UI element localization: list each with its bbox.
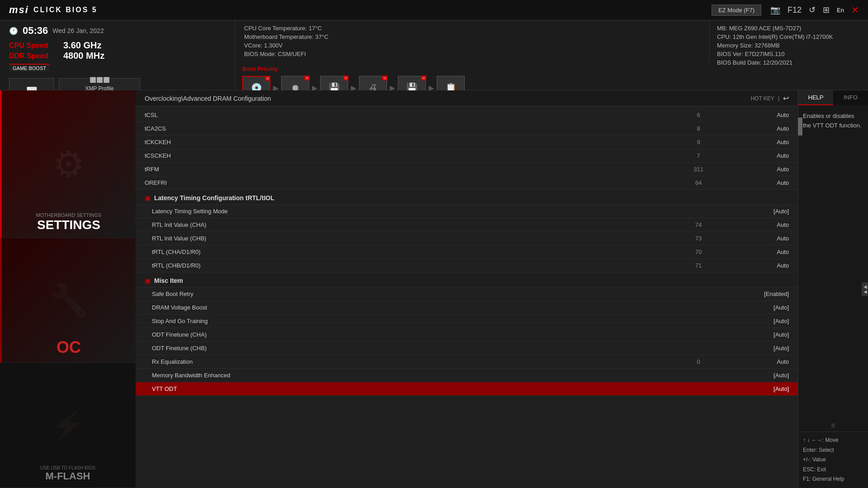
time-row: 🕐 05:36 Wed 26 Jan, 2022 [9,25,226,37]
table-row[interactable]: tCKCKEH 9 Auto [136,136,798,149]
hotkey-area: HOT KEY | ↩ [750,94,789,103]
section-title-latency: Latency Timing Configuration tRTL/tIOL [154,194,274,202]
setting-name: VTT ODT [152,385,680,392]
setting-name: Latency Timing Setting Mode [152,208,680,215]
section-toggle-latency[interactable]: ▣ [145,194,151,202]
temps-section: CPU Core Temperature: 17°C Motherboard T… [235,20,710,62]
list-item[interactable]: Memory Bandwidth Enhanced [Auto] [136,369,798,382]
cpu-speed-row: CPU Speed 3.60 GHz [9,40,226,51]
boot-label: Boot Priority [242,66,703,72]
list-item[interactable]: tRTL (CHB/D1/R0) 71 Auto [136,259,798,272]
right-panel-expand[interactable]: ◀◀ [862,282,868,296]
table-row[interactable]: tRFM 311 Auto [136,163,798,176]
table-row[interactable]: tCA2CS 8 Auto [136,122,798,136]
list-item[interactable]: ODT Finetune (CHB) [Auto] [136,342,798,355]
close-button[interactable]: ✕ [851,5,859,15]
help-info-tabs: HELP INFO [798,90,868,105]
list-item[interactable]: DRAM Voltage Boost [Auto] [136,301,798,314]
bios-date-info: BIOS Build Date: 12/20/2021 [717,59,861,66]
list-item[interactable]: RTL Init Value (CHA) 74 Auto [136,218,798,232]
table-row[interactable]: OREFRI 64 Auto [136,176,798,190]
hotkey-divider: | [778,95,779,102]
setting-value: Auto [717,125,789,132]
xmp-icon: ▦▦▦ [90,75,110,84]
sidebar-item-oc[interactable]: 🔧 OC [0,238,136,363]
setting-name: ODT Finetune (CHB) [152,345,680,352]
setting-value: Auto [717,249,789,255]
setting-name: Stop And Go Training [152,318,680,324]
hotkey-label: HOT KEY [750,95,774,102]
setting-value: [Auto] [717,208,789,215]
setting-num: 311 [680,166,717,173]
key-f1: F1: General Help [803,474,863,484]
bios-mode: BIOS Mode: CSM/UEFI [244,51,700,57]
setting-name: OREFRI [145,179,680,186]
setting-value: [Auto] [717,331,789,338]
list-item[interactable]: Rx Equalization 0 Auto [136,355,798,369]
list-item[interactable]: ODT Finetune (CHA) [Auto] [136,328,798,342]
setting-num: 7 [680,152,717,159]
setting-value: [Auto] [717,318,789,324]
setting-name: Safe Boot Retry [152,291,680,297]
table-row[interactable]: tCSL 6 Auto [136,108,798,122]
setting-name: RTL Init Value (CHA) [152,221,680,228]
info-bar: 🕐 05:36 Wed 26 Jan, 2022 CPU Speed 3.60 … [0,20,868,90]
key-select: Enter: Select [803,446,863,455]
mflash-bg-icon: ⚡ [51,409,85,441]
boot-badge-2: U [304,75,310,80]
ddr-speed-label: DDR Speed [9,52,54,60]
msi-logo: msi [9,4,29,16]
table-row[interactable]: tCSCKEH 7 Auto [136,149,798,163]
language-selector[interactable]: En [837,7,844,14]
section-toggle-misc[interactable]: ▣ [145,277,151,284]
sidebar-item-mflash[interactable]: ⚡ Use USB to flash BIOS M-FLASH [0,363,136,488]
top-bar: msi CLICK BIOS 5 EZ Mode (F7) 📷 F12 ↺ ⊞ … [0,0,868,20]
main-content: Overclocking\Advanced DRAM Configuration… [136,90,798,488]
system-time: 05:36 [23,25,48,37]
setting-value: [Auto] [717,372,789,379]
refresh-icon[interactable]: ↺ [809,5,816,15]
scrollbar-thumb[interactable] [798,117,802,136]
list-item[interactable]: Safe Boot Retry [Enabled] [136,287,798,301]
setting-num: 73 [680,235,717,242]
setting-value: Auto [717,139,789,145]
list-item[interactable]: VTT ODT [Auto] [136,382,798,396]
setting-name: ODT Finetune (CHA) [152,331,680,338]
section-misc[interactable]: ▣ Misc Item [136,272,798,287]
ddr-speed-value: 4800 MHz [63,51,104,61]
sidebar-item-settings[interactable]: ⚙ Motherboard settings SETTINGS [0,90,136,238]
setting-name: tCKCKEH [145,139,680,145]
settings-title: SETTINGS [37,218,100,232]
list-item[interactable]: Latency Timing Setting Mode [Auto] [136,205,798,218]
system-date: Wed 26 Jan, 2022 [52,27,104,34]
help-content: Enables or disables the VTT ODT function… [798,105,868,269]
setting-num: 0 [680,358,717,365]
oc-title: OC [57,338,81,357]
settings-icon[interactable]: ⊞ [823,5,830,15]
bios-ver-info: BIOS Ver: E7D27IMS.110 [717,51,861,57]
setting-value: Auto [717,152,789,159]
vcore: VCore: 1.300V [244,42,700,49]
screenshot-icon[interactable]: 📷 [770,5,780,15]
help-tab[interactable]: HELP [798,90,833,105]
back-button[interactable]: ↩ [783,94,789,103]
boot-badge-4: U [382,75,387,80]
sidebar: ⚙ Motherboard settings SETTINGS 🔧 OC ⚡ U… [0,90,136,488]
setting-value: Auto [717,235,789,242]
cpu-temp: CPU Core Temperature: 17°C [244,25,700,32]
f12-label: F12 [788,5,802,15]
setting-name: tCSCKEH [145,152,680,159]
cpu-info: CPU: 12th Gen Intel(R) Core(TM) i7-12700… [717,33,861,40]
list-item[interactable]: tRTL (CHA/D1/R0) 70 Auto [136,245,798,259]
list-item[interactable]: Stop And Go Training [Auto] [136,314,798,328]
list-item[interactable]: RTL Init Value (CHB) 73 Auto [136,232,798,245]
setting-value: Auto [717,166,789,173]
system-info-section: MB: MEG Z690 ACE (MS-7D27) CPU: 12th Gen… [710,20,868,90]
section-latency[interactable]: ▣ Latency Timing Configuration tRTL/tIOL [136,190,798,205]
setting-name: tCSL [145,112,680,118]
setting-num: 8 [680,125,717,132]
ez-mode-button[interactable]: EZ Mode (F7) [712,5,761,16]
info-left: 🕐 05:36 Wed 26 Jan, 2022 CPU Speed 3.60 … [0,20,235,90]
info-tab[interactable]: INFO [833,90,868,105]
setting-value: [Enabled] [717,291,789,297]
